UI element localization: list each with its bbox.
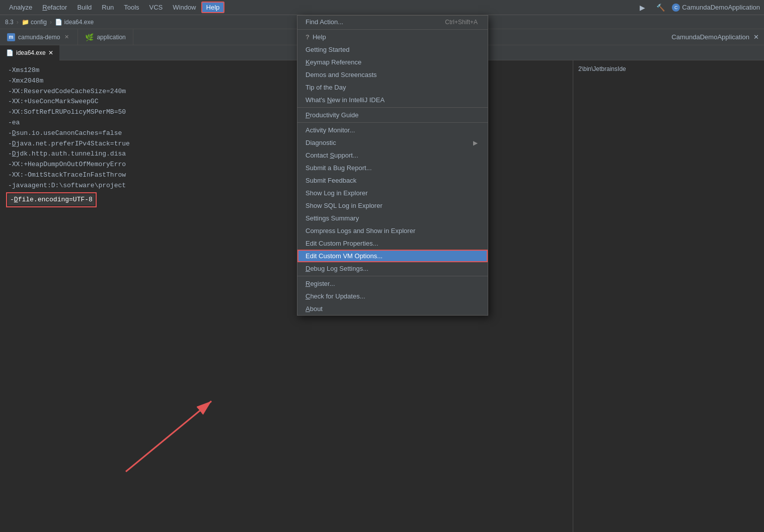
help-label: Help bbox=[313, 33, 326, 41]
menu-keymap-reference[interactable]: Keymap Reference bbox=[297, 56, 488, 68]
tip-label: Tip of the Day bbox=[305, 84, 346, 91]
register-label: Register... bbox=[305, 280, 335, 287]
whats-new-label: What's New in IntelliJ IDEA bbox=[305, 96, 385, 104]
file-icon: 📄 bbox=[6, 49, 14, 56]
annotation-arrow bbox=[25, 351, 277, 502]
menu-window[interactable]: Window bbox=[168, 2, 201, 13]
tab-label-application: application bbox=[97, 34, 125, 41]
breadcrumb-item-2[interactable]: 📁 config bbox=[22, 19, 47, 26]
menu-run[interactable]: Run bbox=[97, 2, 119, 13]
about-label: About bbox=[305, 305, 323, 313]
menu-debug-log-settings[interactable]: Debug Log Settings... bbox=[297, 262, 488, 275]
tab-idea64[interactable]: 📄 idea64.exe ✕ bbox=[0, 45, 59, 60]
menu-about[interactable]: About bbox=[297, 302, 488, 315]
menu-activity-monitor[interactable]: Activity Monitor... bbox=[297, 124, 488, 136]
menu-show-sql-log[interactable]: Show SQL Log in Explorer bbox=[297, 199, 488, 212]
menu-build[interactable]: Build bbox=[72, 2, 97, 13]
right-panel: 2\bin\JetbrainsIde bbox=[573, 60, 764, 532]
find-action-shortcut: Ctrl+Shift+A bbox=[445, 19, 478, 26]
separator-1 bbox=[297, 29, 488, 30]
menu-analyze[interactable]: Analyze bbox=[4, 2, 37, 13]
debug-log-settings-label: Debug Log Settings... bbox=[305, 265, 368, 272]
breadcrumb-item-3[interactable]: 📄 idea64.exe bbox=[55, 19, 94, 26]
menu-submit-feedback[interactable]: Submit Feedback bbox=[297, 174, 488, 187]
check-updates-label: Check for Updates... bbox=[305, 292, 365, 300]
menu-edit-custom-vm[interactable]: Edit Custom VM Options... bbox=[297, 250, 488, 262]
compress-logs-label: Compress Logs and Show in Explorer bbox=[305, 227, 415, 235]
help-dropdown-menu: Find Action... Ctrl+Shift+A ? Help Getti… bbox=[297, 15, 488, 316]
editor-highlighted-line: -Dfile.encoding=UTF-8 bbox=[8, 194, 95, 206]
menu-diagnostic[interactable]: Diagnostic ▶ bbox=[297, 136, 488, 149]
run-icon[interactable]: ▶ bbox=[636, 1, 649, 14]
right-tab-label: CamundaDemoApplication bbox=[671, 33, 749, 41]
right-panel-path: 2\bin\JetbrainsIde bbox=[578, 65, 759, 72]
show-log-label: Show Log in Explorer bbox=[305, 189, 368, 197]
menu-help[interactable]: Help bbox=[201, 2, 225, 13]
menu-tip-of-day[interactable]: Tip of the Day bbox=[297, 81, 488, 94]
menu-settings-summary[interactable]: Settings Summary bbox=[297, 212, 488, 224]
camunda-icon: m bbox=[7, 33, 15, 41]
leaf-icon: 🌿 bbox=[85, 33, 94, 41]
submit-feedback-label: Submit Feedback bbox=[305, 177, 356, 184]
separator-3 bbox=[297, 122, 488, 123]
tab-label-camunda: camunda-demo bbox=[18, 34, 60, 41]
svg-line-1 bbox=[126, 401, 211, 472]
menu-vcs[interactable]: VCS bbox=[144, 2, 168, 13]
contact-support-label: Contact Support... bbox=[305, 151, 358, 159]
menubar: Analyze Refactor Build Run Tools VCS Win… bbox=[0, 0, 764, 15]
edit-custom-vm-label: Edit Custom VM Options... bbox=[305, 252, 383, 260]
menu-show-log[interactable]: Show Log in Explorer bbox=[297, 187, 488, 199]
diagnostic-label: Diagnostic bbox=[305, 139, 336, 146]
settings-summary-label: Settings Summary bbox=[305, 214, 359, 222]
menu-getting-started[interactable]: Getting Started bbox=[297, 43, 488, 56]
menu-compress-logs[interactable]: Compress Logs and Show in Explorer bbox=[297, 224, 488, 237]
keymap-reference-label: Keymap Reference bbox=[305, 58, 361, 66]
activity-monitor-label: Activity Monitor... bbox=[305, 126, 355, 134]
breadcrumb-item-1[interactable]: 8.3 bbox=[5, 19, 14, 26]
menu-refactor[interactable]: Refactor bbox=[37, 2, 72, 13]
menu-edit-custom-props[interactable]: Edit Custom Properties... bbox=[297, 237, 488, 250]
app-icon: C bbox=[672, 4, 680, 12]
demos-label: Demos and Screencasts bbox=[305, 71, 377, 79]
run-config-label: CamundaDemoApplication bbox=[682, 4, 760, 11]
show-sql-log-label: Show SQL Log in Explorer bbox=[305, 202, 383, 209]
right-tab-close[interactable]: ✕ bbox=[753, 33, 759, 41]
help-q-prefix: ? bbox=[305, 33, 310, 41]
menu-submit-bug[interactable]: Submit a Bug Report... bbox=[297, 162, 488, 174]
getting-started-label: Getting Started bbox=[305, 46, 349, 53]
menu-tools[interactable]: Tools bbox=[119, 2, 144, 13]
separator-2 bbox=[297, 107, 488, 108]
menu-find-action[interactable]: Find Action... Ctrl+Shift+A bbox=[297, 16, 488, 28]
diagnostic-submenu-arrow: ▶ bbox=[473, 139, 478, 146]
breadcrumb-sep-2: › bbox=[50, 19, 52, 26]
hammer-icon[interactable]: 🔨 bbox=[654, 1, 667, 14]
productivity-guide-label: Productivity Guide bbox=[305, 111, 359, 119]
tab-label-idea64: idea64.exe bbox=[16, 49, 46, 56]
tab-application[interactable]: 🌿 application bbox=[78, 29, 133, 45]
find-action-label: Find Action... bbox=[305, 18, 343, 26]
menu-contact-support[interactable]: Contact Support... bbox=[297, 149, 488, 162]
separator-4 bbox=[297, 276, 488, 276]
tab-close-idea64[interactable]: ✕ bbox=[48, 49, 53, 56]
menu-productivity-guide[interactable]: Productivity Guide bbox=[297, 109, 488, 121]
menu-help-item[interactable]: ? Help bbox=[297, 31, 488, 43]
menu-demos-screencasts[interactable]: Demos and Screencasts bbox=[297, 68, 488, 81]
menu-check-updates[interactable]: Check for Updates... bbox=[297, 290, 488, 302]
menu-register[interactable]: Register... bbox=[297, 277, 488, 290]
menu-whats-new[interactable]: What's New in IntelliJ IDEA bbox=[297, 94, 488, 106]
tab-camunda-demo[interactable]: m camunda-demo ✕ bbox=[0, 29, 78, 45]
tab-close-camunda[interactable]: ✕ bbox=[63, 33, 70, 41]
submit-bug-label: Submit a Bug Report... bbox=[305, 164, 372, 172]
breadcrumb-sep-1: › bbox=[17, 19, 19, 26]
edit-custom-props-label: Edit Custom Properties... bbox=[305, 240, 378, 247]
